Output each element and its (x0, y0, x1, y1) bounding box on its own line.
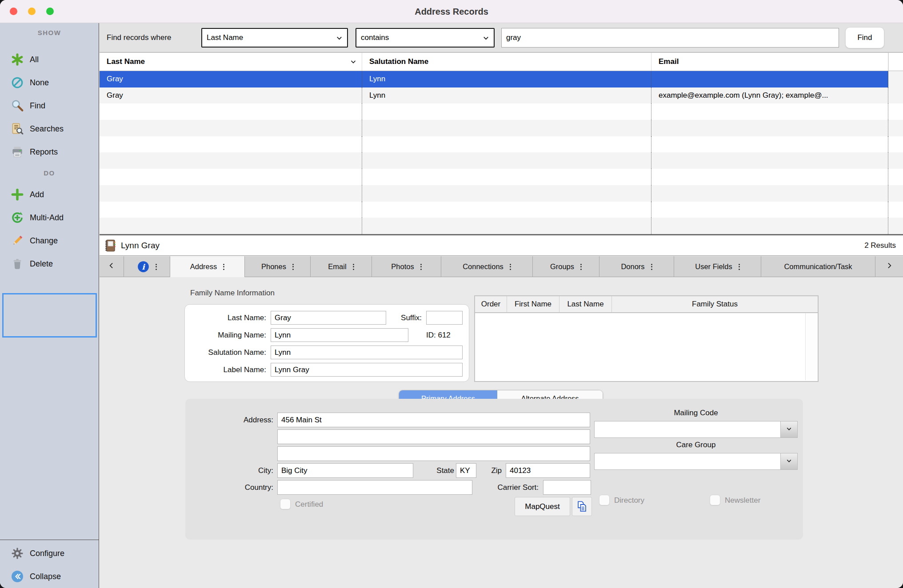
address-book-icon (103, 238, 117, 253)
table-row-empty[interactable] (100, 120, 903, 136)
field-select[interactable]: Last Name (201, 28, 348, 48)
address-line2-input[interactable] (277, 429, 590, 444)
header-gutter (888, 53, 903, 71)
sidebar-item-reports[interactable]: Reports (0, 140, 99, 163)
tab-menu-dots[interactable] (510, 264, 511, 270)
tab-menu-dots[interactable] (739, 264, 740, 270)
tab-menu-dots[interactable] (353, 264, 354, 270)
tab-email[interactable]: Email (311, 256, 372, 277)
column-header-label: Last Name (107, 57, 145, 66)
column-header-email[interactable]: Email (651, 53, 888, 71)
state-label: State (416, 463, 454, 478)
cell (362, 136, 651, 153)
city-input[interactable] (277, 463, 413, 478)
carrier-sort-label: Carrier Sort: (481, 480, 539, 495)
family-members-scrollbar[interactable] (805, 313, 818, 380)
sidebar-section-do: DO (0, 163, 99, 183)
carrier-sort-input[interactable] (543, 480, 591, 495)
sidebar-item-label: Change (30, 236, 58, 246)
tab-menu-dots[interactable] (156, 264, 157, 270)
table-row-empty[interactable] (100, 152, 903, 169)
field-select-value: Last Name (207, 33, 243, 42)
tab-menu-dots[interactable] (292, 264, 294, 270)
cell (100, 120, 362, 136)
tabs-scroll-left-button[interactable] (100, 256, 124, 277)
mailing-code-select[interactable] (594, 421, 798, 438)
results-table: Last NameSalutation NameEmail GrayLynnGr… (100, 52, 903, 235)
tab-menu-dots[interactable] (651, 264, 652, 270)
country-input[interactable] (277, 480, 472, 495)
sidebar-item-none[interactable]: None (0, 71, 99, 94)
sidebar-item-label: Collapse (30, 572, 61, 581)
care-group-select[interactable] (594, 453, 798, 470)
tab-menu-dots[interactable] (420, 264, 422, 270)
sidebar-item-find[interactable]: Find (0, 94, 99, 117)
directory-checkbox[interactable] (599, 495, 610, 505)
salutation-name-input[interactable] (271, 346, 463, 359)
cell (651, 71, 888, 87)
tab-menu-dots[interactable] (580, 264, 582, 270)
mapquest-button[interactable]: MapQuest (515, 497, 570, 516)
cell (362, 185, 651, 202)
row-gutter (888, 152, 903, 169)
copy-address-button[interactable] (572, 497, 592, 516)
suffix-input[interactable] (426, 311, 463, 325)
mailing-code-label: Mailing Code (594, 409, 798, 417)
table-row-empty[interactable] (100, 169, 903, 185)
certified-checkbox[interactable] (280, 499, 291, 509)
sidebar-item-label: None (30, 78, 49, 87)
sidebar-item-delete[interactable]: Delete (0, 252, 99, 275)
column-header-last-name[interactable]: Last Name (100, 53, 362, 71)
tab-record-info[interactable]: i (124, 256, 170, 277)
last-name-input[interactable] (271, 311, 386, 325)
find-button[interactable]: Find (845, 27, 884, 48)
address-line1-input[interactable] (277, 413, 590, 427)
sidebar-item-label: Add (30, 190, 44, 199)
sidebar-item-all[interactable]: All (0, 48, 99, 71)
cell (100, 202, 362, 218)
city-label: City: (185, 463, 273, 478)
sidebar-item-searches[interactable]: Searches (0, 117, 99, 140)
tab-connections[interactable]: Connections (441, 256, 533, 277)
primary-address-panel: Address: City: State Zip Country: Carrie… (185, 399, 803, 540)
sidebar-item-change[interactable]: Change (0, 229, 99, 252)
table-row[interactable]: GrayLynn (100, 71, 903, 87)
plus-icon (11, 188, 24, 201)
tab-donors[interactable]: Donors (599, 256, 674, 277)
cell: Gray (100, 87, 362, 104)
row-gutter (888, 71, 903, 87)
zip-input[interactable] (506, 463, 590, 478)
sidebar-footer: ConfigureCollapse (0, 540, 99, 588)
members-column-header-last-name: Last Name (559, 296, 612, 312)
newsletter-checkbox[interactable] (710, 495, 720, 505)
table-row[interactable]: GrayLynnexample@example.com (Lynn Gray);… (100, 87, 903, 104)
table-row-empty[interactable] (100, 103, 903, 120)
sidebar-item-multi-add[interactable]: Multi-Add (0, 206, 99, 229)
sidebar-item-collapse[interactable]: Collapse (0, 565, 99, 588)
sidebar-item-configure[interactable]: Configure (0, 542, 99, 565)
table-row-empty[interactable] (100, 136, 903, 153)
cell (651, 152, 888, 169)
search-query-input[interactable] (501, 28, 839, 48)
table-row-empty[interactable] (100, 202, 903, 218)
tabs-scroll-right-button[interactable] (875, 256, 903, 277)
tab-menu-dots[interactable] (223, 264, 224, 270)
operator-select[interactable]: contains (356, 28, 495, 48)
tab-communication-task[interactable]: Communication/Task (761, 256, 875, 277)
mailing-name-input[interactable] (271, 328, 408, 342)
mailing-code-dropdown-button[interactable] (780, 421, 797, 437)
label-name-input[interactable] (271, 363, 463, 377)
care-group-dropdown-button[interactable] (780, 453, 797, 469)
tab-address[interactable]: Address (170, 256, 245, 277)
tab-groups[interactable]: Groups (533, 256, 599, 277)
column-header-salutation-name[interactable]: Salutation Name (362, 53, 651, 71)
table-row-empty[interactable] (100, 218, 903, 234)
table-row-empty[interactable] (100, 185, 903, 202)
tab-photos[interactable]: Photos (372, 256, 441, 277)
members-column-header-first-name: First Name (507, 296, 559, 312)
address-line3-input[interactable] (277, 446, 590, 461)
tab-phones[interactable]: Phones (245, 256, 311, 277)
sidebar-item-add[interactable]: Add (0, 183, 99, 206)
tab-user-fields[interactable]: User Fields (674, 256, 761, 277)
state-input[interactable] (456, 463, 476, 478)
